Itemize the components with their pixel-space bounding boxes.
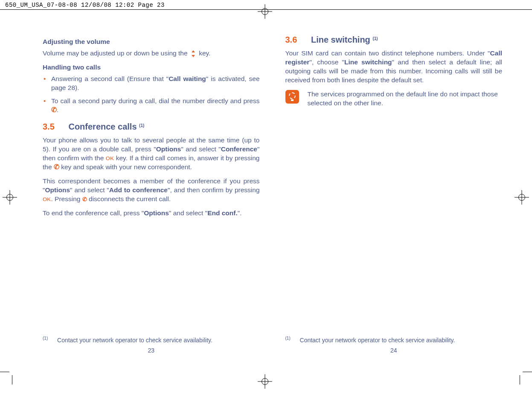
footnote-right: (1) Contact your network operator to che… bbox=[285, 335, 455, 344]
text: Answering a second call (Ensure that " bbox=[51, 75, 169, 82]
bold-text: Options bbox=[144, 209, 169, 217]
bold-text: Line switching bbox=[344, 58, 392, 66]
bold-text: End conf. bbox=[207, 209, 238, 217]
superscript: (1) bbox=[139, 123, 144, 128]
section-number: 3.5 bbox=[43, 122, 55, 131]
text: " and select " bbox=[181, 145, 221, 153]
text: " and select " bbox=[169, 209, 207, 217]
text: ". bbox=[238, 209, 242, 217]
text: " and select " bbox=[70, 186, 109, 194]
page-number-left: 23 bbox=[43, 347, 260, 355]
para-volume: Volume may be adjusted up or down be usi… bbox=[43, 49, 260, 58]
text: To end the conference call, press " bbox=[43, 209, 144, 217]
text: ", choose " bbox=[309, 58, 344, 66]
section-title: Line switching bbox=[311, 35, 372, 44]
para-conference-3: To end the conference call, press "Optio… bbox=[43, 209, 260, 218]
page-number-right: 24 bbox=[285, 347, 503, 355]
registration-mark-right bbox=[515, 190, 529, 205]
end-call-key-icon: ✆ bbox=[82, 196, 87, 202]
para-line-switching: Your SIM card can contain two distinct t… bbox=[285, 49, 503, 85]
text: To call a second party during a call, di… bbox=[51, 97, 260, 104]
tip-text: The services programmed on the default l… bbox=[308, 90, 503, 108]
bold-text: Conference bbox=[221, 145, 257, 153]
list-item: Answering a second call (Ensure that "Ca… bbox=[43, 75, 260, 92]
section-heading-3-5: 3.5 Conference calls (1) bbox=[43, 121, 260, 133]
call-key-icon: ✆ bbox=[51, 106, 57, 113]
up-down-icon bbox=[189, 51, 197, 57]
list-item: To call a second party during a call, di… bbox=[43, 97, 260, 115]
ok-key-icon: OK bbox=[43, 196, 51, 202]
footnote-text: Contact your network operator to check s… bbox=[57, 337, 212, 344]
text: . Pressing bbox=[51, 195, 82, 202]
footnote-left: (1) Contact your network operator to che… bbox=[43, 335, 212, 344]
footnote-text: Contact your network operator to check s… bbox=[300, 337, 455, 344]
text: ", and then confirm by pressing bbox=[168, 186, 260, 194]
registration-mark-top bbox=[258, 4, 272, 19]
footnote-sup: (1) bbox=[43, 336, 48, 341]
page-right: 3.6 Line switching (1) Your SIM card can… bbox=[285, 34, 503, 355]
text: Your SIM card can contain two distinct t… bbox=[285, 49, 490, 57]
bold-text: Call waiting bbox=[169, 75, 206, 82]
text: key. bbox=[199, 49, 210, 57]
call-key-icon: ✆ bbox=[54, 163, 59, 170]
tip-block: The services programmed on the default l… bbox=[285, 90, 503, 108]
heading-two-calls: Handling two calls bbox=[43, 63, 260, 72]
registration-mark-left bbox=[3, 190, 17, 205]
para-conference-1: Your phone allows you to talk to several… bbox=[43, 136, 260, 172]
heading-adjust-volume: Adjusting the volume bbox=[43, 38, 260, 46]
footnote-sup: (1) bbox=[285, 336, 291, 341]
bold-text: Add to conference bbox=[109, 186, 168, 194]
section-number: 3.6 bbox=[285, 35, 297, 44]
text: disconnects the current call. bbox=[87, 195, 171, 202]
section-title: Conference calls bbox=[68, 122, 139, 131]
tip-bulb-icon bbox=[285, 90, 299, 104]
ok-key-icon: OK bbox=[106, 155, 114, 162]
text: . bbox=[57, 106, 58, 113]
bold-text: Options bbox=[45, 186, 70, 194]
bold-text: Options bbox=[156, 145, 181, 153]
page-left: Adjusting the volume Volume may be adjus… bbox=[43, 34, 260, 355]
registration-mark-bottom bbox=[258, 374, 272, 389]
section-heading-3-6: 3.6 Line switching (1) bbox=[285, 34, 503, 46]
para-conference-2: This correspondent becomes a member of t… bbox=[43, 177, 260, 204]
text: Volume may be adjusted up or down be usi… bbox=[43, 49, 189, 57]
text: key and speak with your new corresponden… bbox=[59, 163, 192, 170]
superscript: (1) bbox=[372, 36, 378, 41]
bullet-list: Answering a second call (Ensure that "Ca… bbox=[43, 75, 260, 115]
